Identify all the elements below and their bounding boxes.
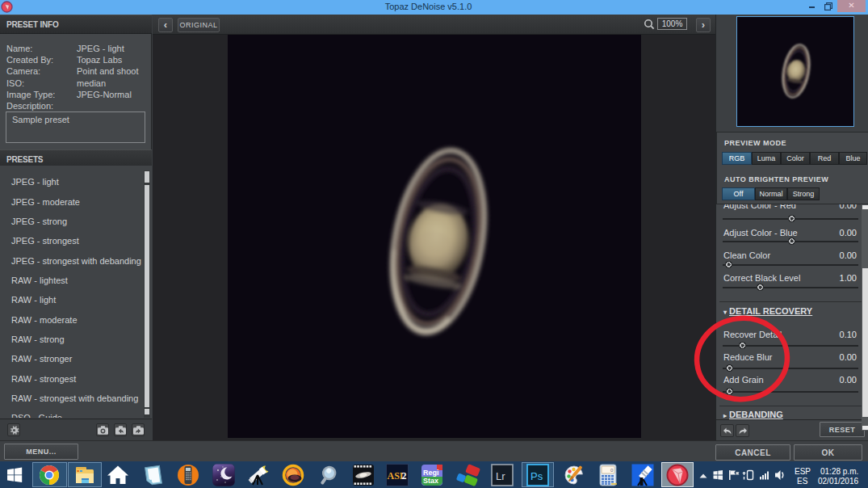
svg-text:2: 2 xyxy=(402,470,407,482)
svg-text:Lr: Lr xyxy=(496,470,505,482)
svg-text:Ps: Ps xyxy=(530,470,543,482)
svg-text:Stax: Stax xyxy=(423,477,438,485)
svg-text:Regi: Regi xyxy=(423,469,439,477)
